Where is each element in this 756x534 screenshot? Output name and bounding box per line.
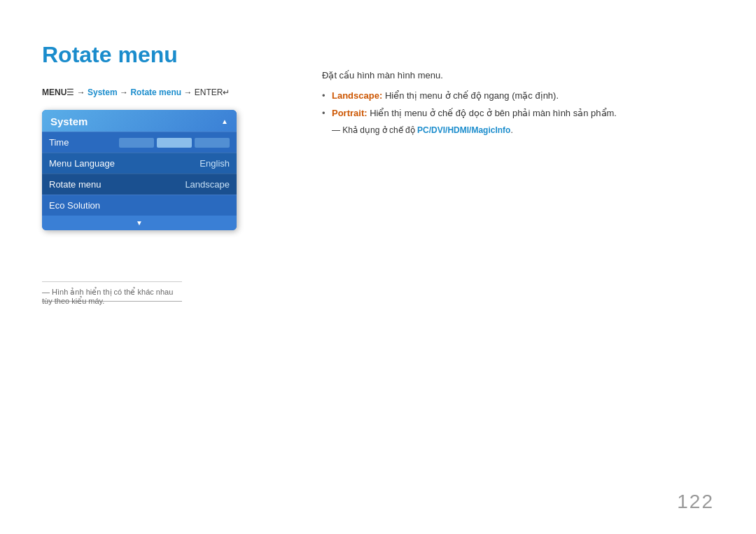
- menu-language-value: English: [200, 158, 230, 169]
- right-panel: Đặt cấu hình màn hình menu. Landscape: H…: [322, 70, 714, 135]
- footnote-area: ― Hình ảnh hiển thị có thể khác nhau tùy…: [42, 301, 182, 306]
- menu-language-item[interactable]: Menu Language English: [42, 153, 237, 174]
- note-suffix: .: [510, 125, 512, 135]
- portrait-description: Portrait: Hiển thị menu ở chế độ dọc ở b…: [322, 108, 714, 118]
- landscape-term: Landscape:: [332, 90, 382, 101]
- system-title: System: [50, 115, 88, 127]
- system-panel: System ▲ Time Menu Language English Rota…: [42, 110, 237, 230]
- rotate-menu-label: Rotate menu: [49, 179, 101, 190]
- eco-solution-label: Eco Solution: [49, 200, 100, 211]
- portrait-text: Hiển thị menu ở chế độ dọc ở bên phải mà…: [370, 108, 617, 118]
- time-bar-segment-2: [157, 138, 192, 148]
- page-number: 122: [677, 491, 714, 513]
- breadcrumb: MENU☰ → System → Rotate menu → ENTER↵: [42, 87, 308, 97]
- time-menu-item[interactable]: Time: [42, 132, 237, 153]
- scroll-up-icon[interactable]: ▲: [221, 118, 228, 125]
- note-terms: PC/DVI/HDMI/MagicInfo: [417, 125, 510, 135]
- system-header: System ▲: [42, 110, 237, 132]
- menu-language-label: Menu Language: [49, 158, 115, 169]
- time-bar-segment-1: [119, 138, 154, 148]
- description-intro: Đặt cấu hình màn hình menu.: [322, 70, 714, 80]
- time-bar: [119, 138, 230, 148]
- portrait-term: Portrait:: [332, 108, 368, 118]
- time-label: Time: [49, 137, 69, 148]
- breadcrumb-text: MENU☰ → System → Rotate menu → ENTER↵: [42, 87, 230, 97]
- eco-solution-item[interactable]: Eco Solution: [42, 195, 237, 216]
- time-bar-segment-3: [195, 138, 230, 148]
- rotate-menu-item[interactable]: Rotate menu Landscape: [42, 174, 237, 195]
- note-prefix: ― Khả dụng ở chế độ: [332, 125, 417, 135]
- note-line: ― Khả dụng ở chế độ PC/DVI/HDMI/MagicInf…: [332, 125, 714, 135]
- description-list: Landscape: Hiển thị menu ở chế độ ngang …: [322, 90, 714, 118]
- rotate-menu-value: Landscape: [185, 179, 230, 190]
- page-title: Rotate menu: [42, 42, 308, 68]
- scroll-down-icon[interactable]: ▼: [136, 219, 143, 227]
- footnote-text: ― Hình ảnh hiển thị có thể khác nhau tùy…: [42, 281, 182, 306]
- scroll-down-area: ▼: [42, 216, 237, 230]
- landscape-text: Hiển thị menu ở chế độ ngang (mặc định).: [385, 90, 559, 101]
- landscape-description: Landscape: Hiển thị menu ở chế độ ngang …: [322, 90, 714, 101]
